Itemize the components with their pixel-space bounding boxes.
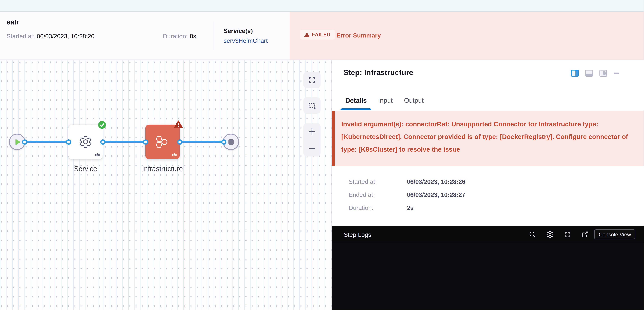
dock-bottom-icon	[586, 74, 592, 76]
services-divider	[213, 22, 214, 50]
code-icon: </>	[94, 152, 100, 157]
detail-value: 2s	[407, 204, 414, 211]
stop-icon	[228, 139, 234, 145]
service-link[interactable]: serv3HelmChart	[224, 37, 268, 44]
success-badge-icon	[98, 121, 106, 130]
code-icon: </>	[172, 152, 177, 157]
console-view-button[interactable]: Console View	[594, 229, 636, 239]
warning-icon	[304, 32, 310, 37]
step-logs-console[interactable]	[332, 243, 644, 309]
service-step-node[interactable]: </>	[68, 125, 103, 159]
execution-header: satr Started at:06/03/2023, 10:28:20 Dur…	[0, 12, 644, 60]
duration-meta: Duration:8s	[163, 33, 196, 40]
zoom-out-button[interactable]	[304, 140, 320, 156]
tab-input[interactable]: Input	[373, 91, 398, 110]
marquee-select-button[interactable]	[304, 97, 320, 114]
detail-row-ended: Ended at:06/03/2023, 10:28:27	[348, 191, 465, 198]
step-logs-header: Step Logs Console View	[332, 226, 644, 243]
detail-label: Duration:	[348, 204, 407, 211]
connector-port	[221, 139, 226, 145]
play-icon	[13, 138, 21, 146]
plus-icon	[308, 127, 316, 136]
minimize-panel-button[interactable]	[614, 72, 619, 74]
infrastructure-step-node[interactable]: </>	[146, 125, 180, 159]
zoom-in-button[interactable]	[304, 123, 320, 140]
gear-icon	[78, 135, 92, 149]
dock-bottom-button[interactable]	[585, 70, 593, 77]
search-icon[interactable]	[528, 231, 536, 238]
detail-value: 06/03/2023, 10:28:27	[407, 191, 465, 198]
dock-right-button[interactable]	[571, 70, 579, 77]
expand-logs-icon[interactable]	[564, 231, 571, 238]
connector-edge	[17, 141, 231, 143]
detail-value: 06/03/2023, 10:28:26	[407, 178, 465, 185]
status-strip: FAILED Error Summary	[290, 12, 644, 60]
started-at-meta: Started at:06/03/2023, 10:28:20	[6, 33, 94, 40]
infrastructure-node-label: Infrastructure	[142, 165, 183, 173]
duration-label: Duration:	[163, 33, 188, 40]
status-text: FAILED	[312, 32, 330, 38]
browser-top-strip	[0, 0, 644, 12]
services-block: Service(s) serv3HelmChart	[224, 27, 268, 44]
duration-value: 8s	[190, 33, 196, 40]
fullscreen-icon	[308, 76, 316, 84]
detail-label: Started at:	[348, 178, 407, 185]
connector-port	[66, 139, 71, 145]
tab-output[interactable]: Output	[399, 91, 428, 110]
pipeline-execution-page: satr Started at:06/03/2023, 10:28:20 Dur…	[0, 0, 644, 310]
error-message-text: Invalid argument(s): connectorRef: Unsup…	[341, 121, 628, 153]
log-settings-icon[interactable]	[546, 230, 554, 238]
detail-row-duration: Duration:2s	[348, 204, 414, 211]
logs-toolbar	[528, 230, 588, 238]
step-tabs: Details Input Output	[332, 91, 644, 110]
step-logs-title: Step Logs	[344, 231, 371, 238]
main-content: </> Service </> Infrastructure	[0, 60, 644, 309]
tab-details[interactable]: Details	[340, 91, 372, 110]
marquee-icon	[308, 101, 316, 110]
zoom-controls	[304, 123, 320, 156]
detail-row-started: Started at:06/03/2023, 10:28:26	[348, 178, 465, 185]
started-at-value: 06/03/2023, 10:28:20	[37, 33, 94, 40]
status-badge: FAILED	[300, 30, 334, 40]
pipeline-name: satr	[6, 18, 19, 27]
dock-right-icon	[576, 71, 578, 76]
services-label: Service(s)	[224, 27, 268, 34]
step-title: Step: Infrastructure	[343, 68, 413, 77]
error-summary-link[interactable]: Error Summary	[336, 32, 381, 39]
open-in-new-tab-icon[interactable]	[581, 231, 588, 238]
float-panel-button[interactable]	[600, 70, 607, 77]
service-node-label: Service	[74, 165, 97, 173]
error-message-box: Invalid argument(s): connectorRef: Unsup…	[332, 111, 644, 166]
failed-badge-icon	[174, 120, 183, 130]
pipeline-canvas[interactable]: </> Service </> Infrastructure	[0, 60, 332, 309]
detail-label: Ended at:	[348, 191, 407, 198]
step-details-panel: Step: Infrastructure Details Input Outpu…	[332, 60, 644, 309]
started-at-label: Started at:	[6, 33, 35, 40]
connector-port	[143, 139, 148, 145]
minus-icon	[308, 144, 316, 152]
float-panel-icon	[603, 71, 606, 75]
zoom-to-fit-button[interactable]	[304, 72, 320, 88]
hexagons-icon	[155, 135, 170, 149]
panel-layout-controls	[571, 70, 619, 77]
